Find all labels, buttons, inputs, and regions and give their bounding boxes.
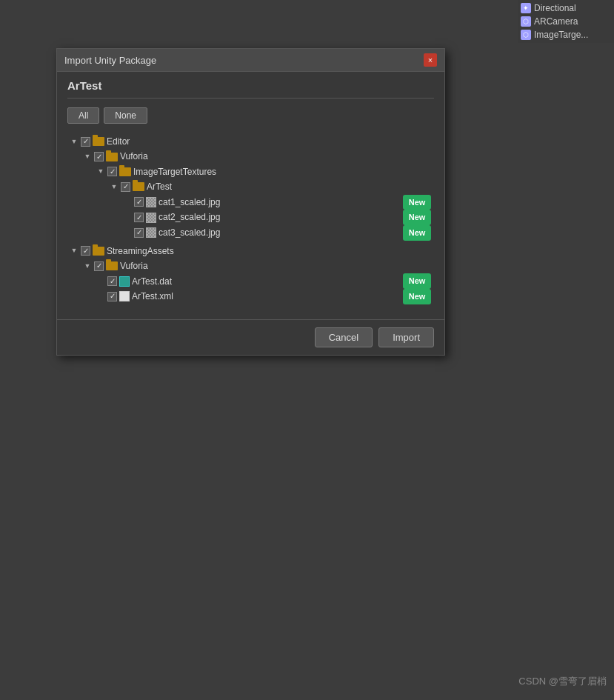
arrow-artest-folder[interactable]: ▼ [110, 182, 119, 191]
tree-row-streamingassets: ▼ StreamingAssets [67, 244, 434, 259]
tree-row-artest-folder: ▼ ArTest [67, 179, 434, 194]
import-unity-package-dialog: Import Unity Package × ArTest All None ▼… [56, 48, 445, 356]
checkbox-imagetargettextures[interactable] [107, 167, 117, 176]
tree-row-vuforia-streaming: ▼ Vuforia [67, 259, 434, 273]
label-cat3: cat3_scaled.jpg [158, 225, 220, 240]
checkbox-artest-folder[interactable] [121, 182, 130, 192]
arcamera-icon: ⬡ [521, 16, 531, 27]
tree-row-cat1: cat1_scaled.jpg New [67, 195, 434, 210]
checkbox-artest-dat[interactable] [107, 276, 117, 286]
label-editor: Editor [107, 134, 130, 149]
checkbox-artest-xml[interactable] [107, 292, 117, 301]
folder-icon-editor [93, 137, 104, 146]
label-imagetargettextures: ImageTargetTextures [133, 164, 216, 179]
modal-titlebar: Import Unity Package × [57, 49, 444, 72]
arrow-editor[interactable]: ▼ [70, 137, 79, 146]
label-artest-xml: ArTest.xml [132, 289, 173, 304]
badge-cat1: New [403, 195, 431, 210]
file-icon-xml [119, 291, 130, 301]
folder-icon-vuforia-streaming [106, 261, 118, 270]
checkbox-cat1[interactable] [134, 197, 144, 207]
tree-row-artest-dat: ArTest.dat New [67, 273, 434, 289]
modal-footer: Cancel Import [57, 319, 444, 355]
file-icon-cat3 [146, 227, 156, 238]
checkbox-vuforia-streaming[interactable] [94, 261, 104, 271]
imagetarget-icon: ⬡ [521, 30, 531, 40]
tree-row-editor: ▼ Editor [67, 134, 434, 149]
directional-icon: ✦ [521, 3, 531, 13]
checkbox-editor[interactable] [81, 137, 90, 147]
checkbox-vuforia-editor[interactable] [94, 152, 104, 161]
none-button[interactable]: None [104, 107, 147, 124]
selection-buttons: All None [67, 107, 434, 124]
checkbox-cat2[interactable] [134, 213, 144, 222]
tree-row-vuforia-editor: ▼ Vuforia [67, 149, 434, 164]
badge-cat3: New [403, 225, 431, 241]
label-artest-folder: ArTest [147, 179, 172, 194]
tree-row-cat2: cat2_scaled.jpg New [67, 210, 434, 225]
file-icon-cat2 [146, 213, 156, 223]
all-button[interactable]: All [67, 107, 99, 124]
badge-cat2: New [403, 210, 431, 225]
package-name: ArTest [67, 79, 434, 99]
tree-row-cat3: cat3_scaled.jpg New [67, 225, 434, 241]
label-vuforia-editor: Vuforia [120, 149, 148, 164]
label-cat1: cat1_scaled.jpg [158, 195, 220, 210]
label-vuforia-streaming: Vuforia [120, 259, 148, 273]
file-icon-cat1 [146, 197, 156, 207]
folder-icon-artest [133, 182, 144, 191]
label-streamingassets: StreamingAssets [107, 244, 174, 259]
tree-row-artest-xml: ArTest.xml New [67, 289, 434, 304]
badge-artest-xml: New [403, 289, 431, 304]
arrow-vuforia-streaming[interactable]: ▼ [83, 261, 92, 270]
arcamera-label: ARCamera [534, 16, 578, 27]
hierarchy-item-imagetarget: ⬡ ImageTarge... [521, 28, 611, 41]
arrow-imagetargettextures[interactable]: ▼ [96, 167, 105, 176]
cancel-button[interactable]: Cancel [315, 327, 373, 347]
label-artest-dat: ArTest.dat [132, 274, 172, 289]
folder-icon-imagetargettextures [119, 167, 131, 176]
checkbox-streamingassets[interactable] [81, 246, 90, 256]
label-cat2: cat2_scaled.jpg [158, 210, 220, 224]
import-button[interactable]: Import [378, 327, 434, 347]
arrow-streamingassets[interactable]: ▼ [70, 247, 79, 256]
file-icon-dat [119, 276, 130, 287]
checkbox-cat3[interactable] [134, 228, 144, 238]
tree-row-imagetargettextures: ▼ ImageTargetTextures [67, 164, 434, 179]
hierarchy-panel: ✦ Directional ⬡ ARCamera ⬡ ImageTarge... [518, 0, 614, 43]
arrow-vuforia-editor[interactable]: ▼ [83, 153, 92, 161]
hierarchy-item-directional: ✦ Directional [521, 1, 611, 15]
file-tree: ▼ Editor ▼ Vuforia ▼ [67, 134, 434, 304]
badge-artest-dat: New [403, 273, 431, 289]
close-button[interactable]: × [424, 53, 437, 67]
modal-body: ArTest All None ▼ Editor ▼ [57, 72, 444, 312]
hierarchy-item-arcamera: ⬡ ARCamera [521, 15, 611, 28]
folder-icon-vuforia-editor [106, 153, 118, 161]
directional-label: Directional [534, 3, 576, 13]
watermark: CSDN @雪弯了眉梢 [518, 675, 607, 688]
modal-title: Import Unity Package [64, 55, 156, 66]
folder-icon-streamingassets [93, 247, 104, 256]
imagetarget-label: ImageTarge... [534, 30, 588, 40]
